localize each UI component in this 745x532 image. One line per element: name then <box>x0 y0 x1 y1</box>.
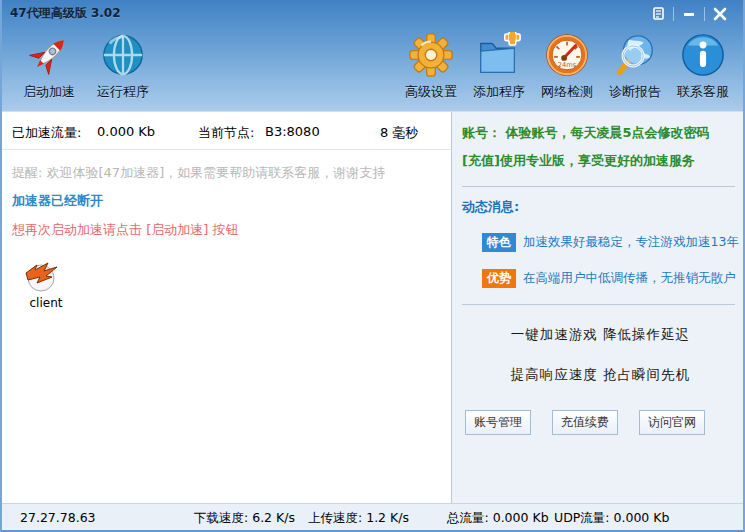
news-item: 优势 在高端用户中低调传播，无推销无散户 <box>482 269 739 288</box>
restart-hint-text: 想再次启动加速请点击 [启动加速] 按钮 <box>12 221 441 239</box>
news-section-title: 动态消息: <box>462 198 739 216</box>
welcome-tip-text: 提醒: 欢迎体验[47加速器]，如果需要帮助请联系客服，谢谢支持 <box>12 164 441 182</box>
info-icon <box>679 30 727 80</box>
client-program-label: client <box>22 296 70 310</box>
window-controls <box>643 4 735 24</box>
accelerated-traffic-value: 0.000 Kb <box>97 124 155 139</box>
toolbar-label: 网络检测 <box>541 83 593 101</box>
svg-text:24ms: 24ms <box>558 61 577 69</box>
toolbar: 启动加速 <box>2 26 743 106</box>
feature-badge: 特色 <box>482 233 516 252</box>
udp-traffic-text: UDP流量: 0.000 Kb <box>554 510 669 527</box>
toolbar-label: 启动加速 <box>23 83 75 101</box>
message-area: 提醒: 欢迎体验[47加速器]，如果需要帮助请联系客服，谢谢支持 加速器已经断开… <box>2 150 451 239</box>
network-test-button[interactable]: 24ms 网络检测 <box>533 28 601 101</box>
news-item: 特色 加速效果好最稳定，专注游戏加速13年 <box>482 233 739 252</box>
current-node-value: B3:8080 <box>265 124 320 139</box>
total-traffic-text: 总流量: 0.000 Kb <box>447 510 549 527</box>
globe-icon <box>99 30 147 80</box>
run-program-button[interactable]: 运行程序 <box>86 28 160 101</box>
right-panel: 账号： 体验账号，每天凌晨5点会修改密码 [充值]使用专业版，享受更好的加速服务… <box>452 112 745 503</box>
client-app-icon <box>22 258 70 294</box>
app-window: 47代理高级版 3.02 <box>0 0 745 532</box>
header: 47代理高级版 3.02 <box>2 0 743 112</box>
magnifier-globe-icon <box>611 30 659 80</box>
news-text: 加速效果好最稳定，专注游戏加速13年 <box>523 234 739 251</box>
close-icon[interactable] <box>705 4 735 24</box>
news-text: 在高端用户中低调传播，无推销无散户 <box>523 270 736 287</box>
speedometer-icon: 24ms <box>543 30 591 80</box>
titlebar: 47代理高级版 3.02 <box>2 0 743 26</box>
current-node-label: 当前节点: <box>198 124 254 142</box>
download-speed-text: 下载速度: 6.2 K/s <box>194 510 295 527</box>
toolbar-label: 高级设置 <box>405 83 457 101</box>
toolbar-right-group: 高级设置 添加程序 <box>397 28 737 101</box>
toolbar-left-group: 启动加速 <box>12 28 160 101</box>
slogan-line: 一键加速游戏 降低操作延迟 <box>462 326 739 344</box>
folder-plus-icon <box>475 30 523 80</box>
stats-row: 已加速流量: 0.000 Kb 当前节点: B3:8080 8 毫秒 <box>2 112 451 150</box>
recharge-promo-text[interactable]: [充值]使用专业版，享受更好的加速服务 <box>462 152 739 170</box>
left-panel: 已加速流量: 0.000 Kb 当前节点: B3:8080 8 毫秒 提醒: 欢… <box>2 112 452 503</box>
ip-address-text: 27.27.78.63 <box>20 510 96 525</box>
window-title: 47代理高级版 3.02 <box>10 5 120 22</box>
latency-value: 8 毫秒 <box>380 124 418 142</box>
add-program-button[interactable]: 添加程序 <box>465 28 533 101</box>
accelerated-traffic-label: 已加速流量: <box>12 124 81 142</box>
status-bar: 27.27.78.63 下载速度: 6.2 K/s 上传速度: 1.2 K/s … <box>2 503 743 530</box>
upload-speed-text: 上传速度: 1.2 K/s <box>308 510 409 527</box>
panel-button-row: 账号管理 充值续费 访问官网 <box>465 410 739 435</box>
account-manage-button[interactable]: 账号管理 <box>465 410 531 435</box>
gear-icon <box>407 30 455 80</box>
divider <box>462 304 735 305</box>
contact-support-button[interactable]: 联系客服 <box>669 28 737 101</box>
recharge-renew-button[interactable]: 充值续费 <box>552 410 618 435</box>
main-content: 已加速流量: 0.000 Kb 当前节点: B3:8080 8 毫秒 提醒: 欢… <box>2 112 743 503</box>
toolbar-label: 运行程序 <box>97 83 149 101</box>
toolbar-label: 联系客服 <box>677 83 729 101</box>
toolbar-label: 诊断报告 <box>609 83 661 101</box>
account-info-text: 账号： 体验账号，每天凌晨5点会修改密码 <box>462 124 739 142</box>
rocket-icon <box>25 30 73 80</box>
visit-website-button[interactable]: 访问官网 <box>639 410 705 435</box>
client-program-item[interactable]: client <box>22 258 70 310</box>
diagnostic-report-button[interactable]: 诊断报告 <box>601 28 669 101</box>
toolbar-label: 添加程序 <box>473 83 525 101</box>
notes-icon[interactable] <box>643 4 673 24</box>
minimize-icon[interactable] <box>674 4 704 24</box>
divider <box>462 186 735 187</box>
start-acceleration-button[interactable]: 启动加速 <box>12 28 86 101</box>
advantage-badge: 优势 <box>482 269 516 288</box>
advanced-settings-button[interactable]: 高级设置 <box>397 28 465 101</box>
slogan-line: 提高响应速度 抢占瞬间先机 <box>462 366 739 384</box>
disconnected-status-text: 加速器已经断开 <box>12 192 441 210</box>
